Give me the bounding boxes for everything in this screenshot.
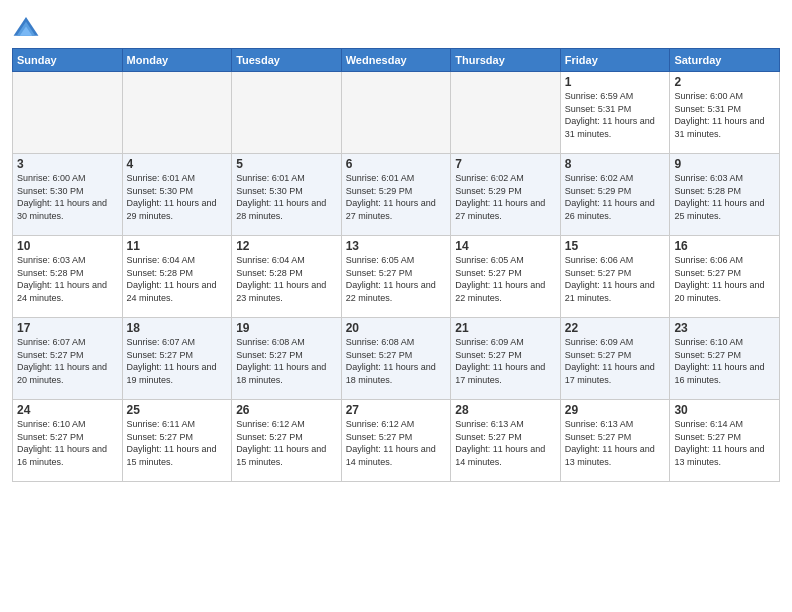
day-info: Sunrise: 6:09 AMSunset: 5:27 PMDaylight:… — [565, 336, 666, 386]
day-number: 9 — [674, 157, 775, 171]
calendar-cell: 30Sunrise: 6:14 AMSunset: 5:27 PMDayligh… — [670, 400, 780, 482]
day-info: Sunrise: 6:06 AMSunset: 5:27 PMDaylight:… — [565, 254, 666, 304]
weekday-header-row: SundayMondayTuesdayWednesdayThursdayFrid… — [13, 49, 780, 72]
day-number: 3 — [17, 157, 118, 171]
day-info: Sunrise: 6:00 AMSunset: 5:30 PMDaylight:… — [17, 172, 118, 222]
logo — [12, 14, 42, 42]
weekday-header-sunday: Sunday — [13, 49, 123, 72]
day-number: 4 — [127, 157, 228, 171]
day-number: 26 — [236, 403, 337, 417]
calendar-cell — [13, 72, 123, 154]
day-info: Sunrise: 6:04 AMSunset: 5:28 PMDaylight:… — [236, 254, 337, 304]
day-info: Sunrise: 6:04 AMSunset: 5:28 PMDaylight:… — [127, 254, 228, 304]
day-number: 10 — [17, 239, 118, 253]
day-number: 20 — [346, 321, 447, 335]
calendar-cell: 9Sunrise: 6:03 AMSunset: 5:28 PMDaylight… — [670, 154, 780, 236]
calendar-cell: 28Sunrise: 6:13 AMSunset: 5:27 PMDayligh… — [451, 400, 561, 482]
day-info: Sunrise: 6:07 AMSunset: 5:27 PMDaylight:… — [17, 336, 118, 386]
calendar-week-row: 10Sunrise: 6:03 AMSunset: 5:28 PMDayligh… — [13, 236, 780, 318]
day-number: 5 — [236, 157, 337, 171]
calendar-week-row: 17Sunrise: 6:07 AMSunset: 5:27 PMDayligh… — [13, 318, 780, 400]
day-info: Sunrise: 6:03 AMSunset: 5:28 PMDaylight:… — [17, 254, 118, 304]
day-number: 21 — [455, 321, 556, 335]
day-number: 28 — [455, 403, 556, 417]
calendar: SundayMondayTuesdayWednesdayThursdayFrid… — [12, 48, 780, 482]
day-number: 19 — [236, 321, 337, 335]
calendar-cell: 4Sunrise: 6:01 AMSunset: 5:30 PMDaylight… — [122, 154, 232, 236]
weekday-header-friday: Friday — [560, 49, 670, 72]
calendar-cell: 13Sunrise: 6:05 AMSunset: 5:27 PMDayligh… — [341, 236, 451, 318]
day-number: 25 — [127, 403, 228, 417]
day-number: 2 — [674, 75, 775, 89]
calendar-cell: 18Sunrise: 6:07 AMSunset: 5:27 PMDayligh… — [122, 318, 232, 400]
calendar-cell: 20Sunrise: 6:08 AMSunset: 5:27 PMDayligh… — [341, 318, 451, 400]
weekday-header-monday: Monday — [122, 49, 232, 72]
day-info: Sunrise: 6:05 AMSunset: 5:27 PMDaylight:… — [455, 254, 556, 304]
calendar-cell: 3Sunrise: 6:00 AMSunset: 5:30 PMDaylight… — [13, 154, 123, 236]
calendar-cell: 6Sunrise: 6:01 AMSunset: 5:29 PMDaylight… — [341, 154, 451, 236]
day-info: Sunrise: 6:10 AMSunset: 5:27 PMDaylight:… — [674, 336, 775, 386]
day-number: 8 — [565, 157, 666, 171]
weekday-header-thursday: Thursday — [451, 49, 561, 72]
day-number: 27 — [346, 403, 447, 417]
calendar-cell — [451, 72, 561, 154]
logo-icon — [12, 14, 40, 42]
day-info: Sunrise: 6:10 AMSunset: 5:27 PMDaylight:… — [17, 418, 118, 468]
header — [12, 10, 780, 42]
calendar-cell: 7Sunrise: 6:02 AMSunset: 5:29 PMDaylight… — [451, 154, 561, 236]
day-number: 24 — [17, 403, 118, 417]
day-number: 29 — [565, 403, 666, 417]
calendar-cell: 26Sunrise: 6:12 AMSunset: 5:27 PMDayligh… — [232, 400, 342, 482]
day-info: Sunrise: 6:01 AMSunset: 5:30 PMDaylight:… — [127, 172, 228, 222]
day-info: Sunrise: 6:01 AMSunset: 5:30 PMDaylight:… — [236, 172, 337, 222]
day-number: 1 — [565, 75, 666, 89]
calendar-cell: 25Sunrise: 6:11 AMSunset: 5:27 PMDayligh… — [122, 400, 232, 482]
day-number: 16 — [674, 239, 775, 253]
day-number: 14 — [455, 239, 556, 253]
calendar-cell: 10Sunrise: 6:03 AMSunset: 5:28 PMDayligh… — [13, 236, 123, 318]
day-info: Sunrise: 6:05 AMSunset: 5:27 PMDaylight:… — [346, 254, 447, 304]
calendar-cell — [232, 72, 342, 154]
calendar-week-row: 1Sunrise: 6:59 AMSunset: 5:31 PMDaylight… — [13, 72, 780, 154]
calendar-cell — [341, 72, 451, 154]
calendar-cell: 5Sunrise: 6:01 AMSunset: 5:30 PMDaylight… — [232, 154, 342, 236]
calendar-week-row: 24Sunrise: 6:10 AMSunset: 5:27 PMDayligh… — [13, 400, 780, 482]
page: SundayMondayTuesdayWednesdayThursdayFrid… — [0, 0, 792, 612]
day-info: Sunrise: 6:12 AMSunset: 5:27 PMDaylight:… — [346, 418, 447, 468]
day-info: Sunrise: 6:01 AMSunset: 5:29 PMDaylight:… — [346, 172, 447, 222]
weekday-header-saturday: Saturday — [670, 49, 780, 72]
day-info: Sunrise: 6:02 AMSunset: 5:29 PMDaylight:… — [455, 172, 556, 222]
calendar-cell: 16Sunrise: 6:06 AMSunset: 5:27 PMDayligh… — [670, 236, 780, 318]
day-number: 7 — [455, 157, 556, 171]
calendar-cell: 8Sunrise: 6:02 AMSunset: 5:29 PMDaylight… — [560, 154, 670, 236]
calendar-cell — [122, 72, 232, 154]
calendar-cell: 14Sunrise: 6:05 AMSunset: 5:27 PMDayligh… — [451, 236, 561, 318]
day-number: 13 — [346, 239, 447, 253]
day-info: Sunrise: 6:07 AMSunset: 5:27 PMDaylight:… — [127, 336, 228, 386]
day-info: Sunrise: 6:00 AMSunset: 5:31 PMDaylight:… — [674, 90, 775, 140]
weekday-header-tuesday: Tuesday — [232, 49, 342, 72]
calendar-cell: 15Sunrise: 6:06 AMSunset: 5:27 PMDayligh… — [560, 236, 670, 318]
day-number: 22 — [565, 321, 666, 335]
day-info: Sunrise: 6:11 AMSunset: 5:27 PMDaylight:… — [127, 418, 228, 468]
day-number: 15 — [565, 239, 666, 253]
calendar-cell: 11Sunrise: 6:04 AMSunset: 5:28 PMDayligh… — [122, 236, 232, 318]
calendar-cell: 22Sunrise: 6:09 AMSunset: 5:27 PMDayligh… — [560, 318, 670, 400]
day-number: 6 — [346, 157, 447, 171]
calendar-cell: 27Sunrise: 6:12 AMSunset: 5:27 PMDayligh… — [341, 400, 451, 482]
day-info: Sunrise: 6:59 AMSunset: 5:31 PMDaylight:… — [565, 90, 666, 140]
day-info: Sunrise: 6:08 AMSunset: 5:27 PMDaylight:… — [236, 336, 337, 386]
day-number: 17 — [17, 321, 118, 335]
day-number: 18 — [127, 321, 228, 335]
calendar-cell: 17Sunrise: 6:07 AMSunset: 5:27 PMDayligh… — [13, 318, 123, 400]
day-info: Sunrise: 6:13 AMSunset: 5:27 PMDaylight:… — [455, 418, 556, 468]
day-info: Sunrise: 6:09 AMSunset: 5:27 PMDaylight:… — [455, 336, 556, 386]
day-info: Sunrise: 6:08 AMSunset: 5:27 PMDaylight:… — [346, 336, 447, 386]
calendar-cell: 23Sunrise: 6:10 AMSunset: 5:27 PMDayligh… — [670, 318, 780, 400]
day-number: 30 — [674, 403, 775, 417]
day-info: Sunrise: 6:03 AMSunset: 5:28 PMDaylight:… — [674, 172, 775, 222]
calendar-cell: 2Sunrise: 6:00 AMSunset: 5:31 PMDaylight… — [670, 72, 780, 154]
calendar-cell: 24Sunrise: 6:10 AMSunset: 5:27 PMDayligh… — [13, 400, 123, 482]
calendar-cell: 29Sunrise: 6:13 AMSunset: 5:27 PMDayligh… — [560, 400, 670, 482]
day-number: 23 — [674, 321, 775, 335]
